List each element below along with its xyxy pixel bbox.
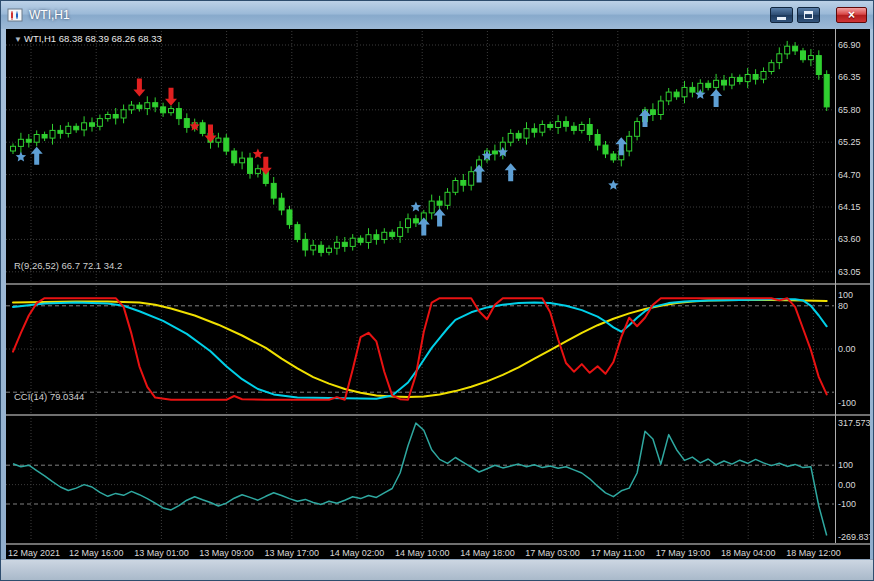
svg-text:14 May 02:00: 14 May 02:00 — [330, 548, 385, 558]
svg-text:100: 100 — [838, 290, 853, 300]
svg-text:18 May 12:00: 18 May 12:00 — [786, 548, 841, 558]
svg-text:65.80: 65.80 — [838, 105, 861, 115]
svg-text:18 May 04:00: 18 May 04:00 — [721, 548, 776, 558]
svg-text:17 May 19:00: 17 May 19:00 — [656, 548, 711, 558]
chart-canvas[interactable]: 66.9066.3565.8065.2564.7064.1563.6063.05… — [6, 29, 870, 562]
svg-text:64.15: 64.15 — [838, 202, 861, 212]
svg-text:100: 100 — [838, 460, 853, 470]
svg-text:66.90: 66.90 — [838, 40, 861, 50]
window-controls: × — [770, 7, 867, 23]
title-bar[interactable]: WTI,H1 × — [1, 1, 873, 29]
svg-text:0.00: 0.00 — [838, 480, 856, 490]
svg-text:-100: -100 — [838, 398, 856, 408]
application-window: WTI,H1 × 66.9066.3565.8065.2564.7064.156… — [0, 0, 874, 581]
maximize-button[interactable] — [797, 7, 820, 23]
svg-text:12 May 16:00: 12 May 16:00 — [69, 548, 124, 558]
svg-text:-269.8371: -269.8371 — [838, 532, 870, 542]
svg-text:66.35: 66.35 — [838, 72, 861, 82]
svg-text:317.5738: 317.5738 — [838, 418, 870, 428]
svg-text:13 May 17:00: 13 May 17:00 — [265, 548, 320, 558]
close-button[interactable]: × — [836, 7, 867, 23]
window-bottom-frame — [1, 559, 873, 580]
svg-text:14 May 10:00: 14 May 10:00 — [395, 548, 450, 558]
svg-text:17 May 11:00: 17 May 11:00 — [591, 548, 645, 558]
svg-text:63.60: 63.60 — [838, 234, 861, 244]
svg-text:63.05: 63.05 — [838, 267, 861, 277]
svg-text:13 May 09:00: 13 May 09:00 — [199, 548, 254, 558]
svg-text:12 May 2021: 12 May 2021 — [8, 548, 60, 558]
close-icon: × — [848, 9, 855, 21]
svg-text:17 May 03:00: 17 May 03:00 — [525, 548, 580, 558]
chart-app-icon — [7, 7, 23, 23]
svg-text:65.25: 65.25 — [838, 137, 861, 147]
svg-text:80: 80 — [838, 301, 848, 311]
svg-text:0.00: 0.00 — [838, 344, 856, 354]
minimize-icon — [777, 17, 786, 20]
maximize-icon — [804, 11, 813, 19]
svg-text:14 May 18:00: 14 May 18:00 — [460, 548, 515, 558]
minimize-button[interactable] — [770, 7, 793, 23]
svg-text:64.70: 64.70 — [838, 170, 861, 180]
chart-area[interactable]: 66.9066.3565.8065.2564.7064.1563.6063.05… — [6, 29, 870, 562]
svg-text:-100: -100 — [838, 499, 856, 509]
svg-text:13 May 01:00: 13 May 01:00 — [134, 548, 189, 558]
window-title: WTI,H1 — [29, 8, 70, 22]
